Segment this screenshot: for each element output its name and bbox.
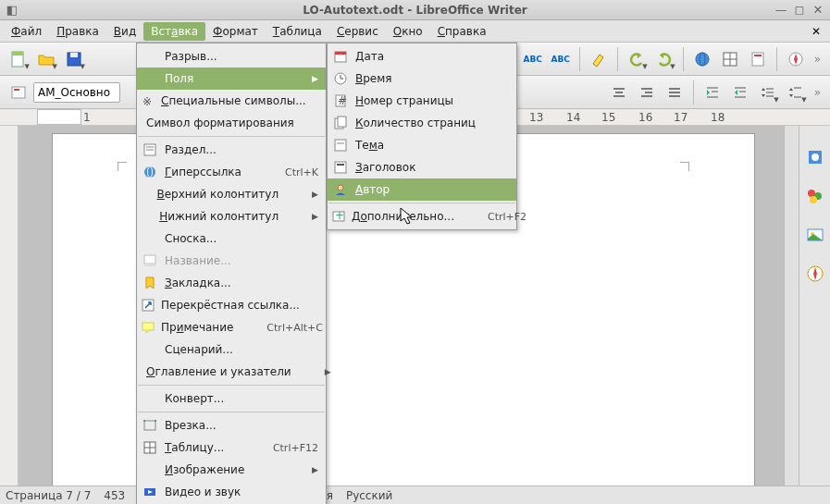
insert-dropdown: Разрыв...Поля▶※Специальные символы...Сим…	[136, 43, 327, 504]
undo-button[interactable]: ▼	[624, 46, 650, 72]
insert-item[interactable]: Поля▶	[137, 68, 326, 90]
vertical-scrollbar[interactable]	[784, 126, 799, 486]
insert-item[interactable]: Нижний колонтитул▶	[137, 205, 326, 227]
insert-item[interactable]: Верхний колонтитул▶	[137, 183, 326, 205]
insert-item[interactable]: Видео и звук	[137, 481, 326, 503]
app-menu-icon[interactable]: ◧	[6, 4, 19, 17]
compass-button[interactable]	[783, 46, 809, 72]
styles-panel-icon[interactable]	[802, 183, 828, 209]
vertical-ruler[interactable]	[0, 126, 19, 486]
insert-item[interactable]: Врезка...	[137, 414, 326, 436]
ruler-tick: 18	[711, 111, 725, 124]
menu-item-label: Изображение	[165, 463, 306, 476]
line-spacing2-button[interactable]: ▼	[783, 80, 809, 105]
new-doc-button[interactable]: ▼	[6, 46, 31, 72]
indent-increase-button[interactable]	[700, 80, 725, 105]
svg-rect-68	[335, 140, 346, 151]
minimize-button[interactable]: —	[774, 4, 787, 17]
redo-button[interactable]: ▼	[651, 46, 677, 72]
align-justify-button[interactable]	[662, 80, 688, 105]
fields-item[interactable]: Автор	[328, 178, 516, 201]
menu-сервис[interactable]: Сервис	[329, 22, 386, 41]
menu-файл[interactable]: Файл	[4, 22, 49, 41]
properties-panel-icon[interactable]	[802, 144, 828, 170]
fields-item[interactable]: Дата	[328, 45, 516, 68]
navigator-panel-icon[interactable]	[802, 261, 828, 287]
menu-item-label: Количество страниц	[355, 117, 509, 129]
fields-submenu: ДатаВремя#Номер страницыКоличество стран…	[327, 43, 517, 230]
insert-item[interactable]: Сценарий...	[137, 338, 326, 361]
insert-item[interactable]: Закладка...	[137, 272, 326, 294]
menu-справка[interactable]: Справка	[430, 22, 494, 41]
status-language: Русский	[346, 489, 392, 502]
shortcut: Ctrl+K	[285, 166, 318, 178]
hyperlink-icon	[141, 163, 159, 181]
format-paint-button[interactable]	[586, 46, 612, 72]
fields-item[interactable]: Тема	[328, 134, 516, 156]
fields-item[interactable]: Время	[328, 68, 516, 90]
gallery-panel-icon[interactable]	[802, 222, 828, 248]
insert-item[interactable]: ※Специальные символы...	[137, 90, 326, 112]
menu-вид[interactable]: Вид	[106, 22, 143, 41]
styles-button[interactable]	[6, 80, 31, 105]
menu-правка[interactable]: Правка	[49, 22, 106, 41]
align-center-button[interactable]	[606, 80, 632, 105]
svg-rect-13	[14, 89, 19, 91]
insert-item[interactable]: Сноска...	[137, 227, 326, 250]
menu-item-label: Перекрёстная ссылка...	[161, 299, 328, 312]
svg-rect-54	[155, 420, 156, 422]
close-button[interactable]: ✕	[811, 4, 824, 17]
line-spacing-button[interactable]: ▼	[755, 80, 781, 105]
insert-item[interactable]: Раздел...	[137, 139, 326, 161]
menu-item-label: Название...	[165, 254, 318, 267]
status-words: 453	[104, 489, 125, 502]
menu-item-label: Разрыв...	[165, 50, 318, 63]
insert-item[interactable]: Конверт...	[137, 387, 326, 410]
align-right-button[interactable]	[634, 80, 660, 105]
submenu-arrow-icon: ▶	[312, 190, 318, 199]
menu-формат[interactable]: Формат	[205, 22, 266, 41]
fields-item[interactable]: +Дополнительно...Ctrl+F2	[328, 205, 516, 227]
menu-item-label: Закладка...	[165, 277, 318, 289]
svg-point-36	[808, 190, 815, 197]
menu-таблица[interactable]: Таблица	[266, 22, 329, 41]
insert-item[interactable]: ГиперссылкаCtrl+K	[137, 161, 326, 183]
insert-item[interactable]: Перекрёстная ссылка...	[137, 294, 326, 316]
fields-item[interactable]: Заголовок	[328, 156, 516, 178]
save-button[interactable]: ▼	[61, 46, 87, 72]
menu-item-label: Врезка...	[165, 419, 318, 432]
svg-rect-10	[754, 55, 762, 56]
menu-item-label: Дата	[355, 50, 509, 63]
insert-item[interactable]: Символ форматирования▶	[137, 112, 326, 134]
autospell-button[interactable]: ABC	[548, 46, 574, 72]
blank-icon	[141, 69, 159, 88]
insert-item[interactable]: Разрыв...	[137, 45, 326, 68]
sidebar	[799, 126, 830, 486]
paragraph-style-input[interactable]	[33, 82, 120, 103]
insert-item[interactable]: Оглавление и указатели▶	[137, 361, 326, 383]
menu-вставка[interactable]: Вставка	[143, 22, 205, 41]
hyperlink-button[interactable]	[689, 46, 715, 72]
fields-item[interactable]: Количество страниц	[328, 112, 516, 134]
menu-item-label: Оглавление и указатели	[146, 365, 319, 378]
svg-text:+: +	[335, 209, 344, 222]
close-tab-icon[interactable]: ✕	[811, 25, 826, 38]
fields-item[interactable]: #Номер страницы	[328, 90, 516, 112]
spellcheck-button[interactable]: ABC	[520, 46, 546, 72]
menu-item-label: Время	[355, 72, 509, 85]
insert-item[interactable]: Таблицу...Ctrl+F12	[137, 436, 326, 459]
insert-item[interactable]: Изображение▶	[137, 459, 326, 481]
media-icon	[141, 483, 159, 501]
separator	[138, 385, 325, 386]
menu-item-label: Верхний колонтитул	[156, 188, 306, 201]
svg-point-72	[338, 185, 343, 191]
ruler-tick: 17	[674, 111, 688, 124]
table-grid-button[interactable]	[717, 46, 743, 72]
blank-icon	[141, 340, 159, 359]
insert-item[interactable]: ПримечаниеCtrl+Alt+C	[137, 316, 326, 338]
navigator-button[interactable]	[745, 46, 771, 72]
open-button[interactable]: ▼	[33, 46, 59, 72]
maximize-button[interactable]: ◻	[793, 4, 806, 17]
menu-окно[interactable]: Окно	[386, 22, 430, 41]
indent-decrease-button[interactable]	[727, 80, 753, 105]
